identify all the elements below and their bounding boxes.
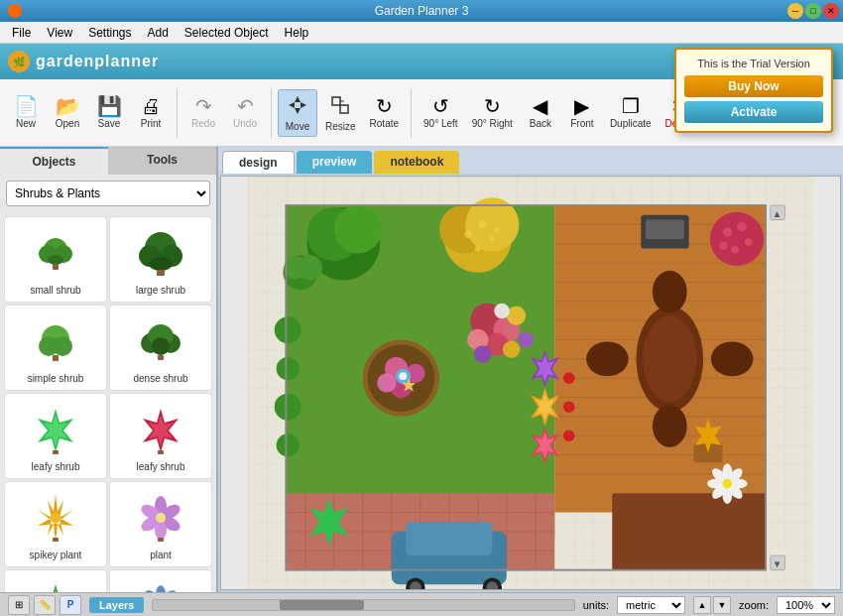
new-icon: 📄 <box>14 96 39 116</box>
canvas-tabs: design preview notebook <box>218 147 843 174</box>
title-bar: Garden Planner 3 ─ □ ✕ <box>0 0 843 22</box>
menu-add[interactable]: Add <box>140 24 177 42</box>
plant-item-spikey[interactable]: spikey plant <box>4 481 107 567</box>
activate-button[interactable]: Activate <box>684 101 823 123</box>
duplicate-button[interactable]: ❐ Duplicate <box>604 92 658 133</box>
save-button[interactable]: 💾 Save <box>89 92 129 133</box>
svg-point-131 <box>745 238 753 246</box>
app-icon <box>8 4 22 18</box>
toolbar: 📄 New 📂 Open 💾 Save 🖨 Print ↷ Redo ↶ Und… <box>0 79 843 147</box>
svg-rect-88 <box>612 493 766 569</box>
undo-icon: ↶ <box>237 96 254 116</box>
menu-file[interactable]: File <box>4 24 39 42</box>
ruler-button[interactable]: 📏 <box>34 595 56 615</box>
plant-item-leafy-red[interactable]: leafy shrub <box>109 393 212 479</box>
print-button[interactable]: 🖨 Print <box>131 92 171 133</box>
plant-item-leafy-green[interactable]: leafy shrub <box>4 393 107 479</box>
svg-point-139 <box>711 341 754 376</box>
toolbar-sep-1 <box>177 88 178 138</box>
large-shrub-label: large shrub <box>136 285 185 296</box>
toolbar-sep-2 <box>271 88 272 138</box>
svg-marker-29 <box>44 415 67 446</box>
maximize-button[interactable]: □ <box>805 3 821 19</box>
menu-help[interactable]: Help <box>277 24 317 42</box>
duplicate-label: Duplicate <box>610 118 652 129</box>
svg-point-132 <box>731 246 739 254</box>
svg-point-121 <box>503 340 520 357</box>
pin-button[interactable]: P <box>60 595 81 615</box>
tab-notebook[interactable]: notebook <box>374 151 459 174</box>
horizontal-scrollbar[interactable] <box>152 599 574 611</box>
zoom-select[interactable]: 100% 50% 75% 150% 200% <box>777 596 835 614</box>
resize-label: Resize <box>325 121 356 132</box>
layers-button[interactable]: Layers <box>89 597 144 613</box>
front-label: Front <box>570 118 593 129</box>
plant-item-large-shrub[interactable]: large shrub <box>109 216 212 303</box>
garden-canvas[interactable]: ▲ ▼ <box>220 176 841 590</box>
svg-marker-3 <box>301 102 306 108</box>
toolbar-sep-3 <box>411 88 412 138</box>
svg-point-15 <box>149 257 173 271</box>
svg-point-112 <box>275 316 301 343</box>
tab-objects[interactable]: Objects <box>0 147 108 175</box>
svg-marker-45 <box>38 584 73 593</box>
svg-rect-143 <box>406 522 492 555</box>
rot90r-button[interactable]: ↻ 90° Right <box>466 92 519 133</box>
grid-view-button[interactable]: ⊞ <box>8 595 30 615</box>
tab-design[interactable]: design <box>222 151 295 174</box>
plant-grid: small shrub large shrub <box>0 212 216 592</box>
plant-item-2[interactable]: plant <box>4 569 107 592</box>
svg-rect-5 <box>340 105 348 113</box>
dense-shrub-icon <box>131 311 190 371</box>
front-button[interactable]: ▶ Front <box>562 92 602 133</box>
svg-point-133 <box>720 242 728 250</box>
svg-point-35 <box>51 513 60 523</box>
resize-button[interactable]: Resize <box>319 90 362 136</box>
svg-marker-32 <box>149 415 173 446</box>
plant-item-3[interactable]: plant <box>109 569 212 592</box>
svg-point-99 <box>494 226 500 232</box>
plant-item-simple-shrub[interactable]: simple shrub <box>4 305 107 391</box>
buy-now-button[interactable]: Buy Now <box>684 75 823 97</box>
move-button[interactable]: Move <box>278 89 317 137</box>
category-select[interactable]: Shrubs & Plants <box>6 181 210 206</box>
undo-button[interactable]: ↶ Undo <box>225 92 265 133</box>
svg-rect-127 <box>646 220 684 239</box>
svg-marker-0 <box>295 96 301 102</box>
plant-3-icon <box>131 576 190 592</box>
menu-selected-object[interactable]: Selected Object <box>177 24 277 42</box>
open-button[interactable]: 📂 Open <box>48 92 87 133</box>
plant-item-dense-shrub[interactable]: dense shrub <box>109 305 212 391</box>
svg-rect-16 <box>157 270 165 276</box>
svg-point-10 <box>48 255 63 265</box>
units-down-arrow[interactable]: ▼ <box>713 596 731 614</box>
svg-rect-11 <box>53 264 59 270</box>
svg-point-47 <box>156 585 166 593</box>
leafy-shrub-green-label: leafy shrub <box>32 461 80 472</box>
units-select[interactable]: metric imperial <box>617 596 685 614</box>
plant-item-small-shrub[interactable]: small shrub <box>4 216 107 303</box>
menu-view[interactable]: View <box>39 24 80 42</box>
redo-button[interactable]: ↷ Redo <box>183 92 223 133</box>
svg-point-102 <box>298 255 322 280</box>
rot90l-button[interactable]: ↺ 90° Left <box>418 92 464 133</box>
svg-point-114 <box>275 394 301 421</box>
plant-item-1[interactable]: plant <box>109 481 212 567</box>
window-controls[interactable]: ─ □ ✕ <box>787 3 839 19</box>
rotate-icon: ↻ <box>376 96 393 116</box>
tab-preview[interactable]: preview <box>297 151 373 174</box>
close-button[interactable]: ✕ <box>823 3 839 19</box>
scroll-thumb[interactable] <box>280 600 364 610</box>
minimize-button[interactable]: ─ <box>787 3 803 19</box>
svg-point-108 <box>377 373 396 392</box>
svg-point-123 <box>518 332 533 347</box>
plant-2-icon <box>26 576 85 592</box>
svg-point-130 <box>737 221 747 231</box>
rotate-button[interactable]: ↻ Rotate <box>364 92 405 133</box>
svg-marker-2 <box>289 102 295 108</box>
tab-tools[interactable]: Tools <box>108 147 216 175</box>
menu-settings[interactable]: Settings <box>80 24 139 42</box>
new-button[interactable]: 📄 New <box>6 92 46 133</box>
back-button[interactable]: ◀ Back <box>521 92 560 133</box>
units-up-arrow[interactable]: ▲ <box>693 596 711 614</box>
